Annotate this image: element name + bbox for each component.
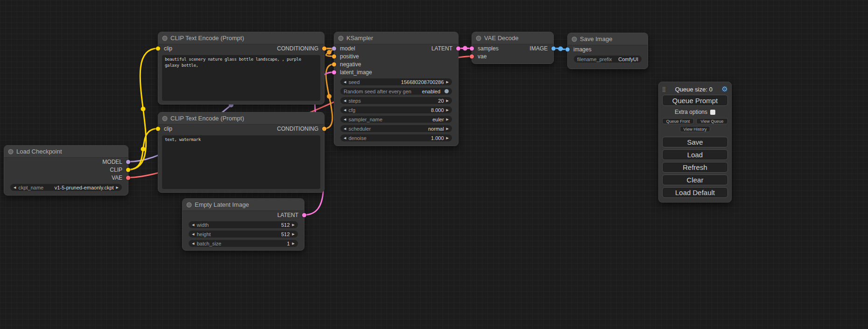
next-value-icon[interactable]: ▶ [446,108,449,112]
model-output-slot[interactable] [126,160,130,164]
collapse-toggle-icon[interactable] [9,150,13,154]
view-history-button[interactable]: View History [680,126,711,132]
positive-prompt-textarea[interactable]: beautiful scenery nature glass bottle la… [162,55,320,101]
output-label: CLIP [110,167,122,173]
positive-input-slot[interactable] [332,54,336,58]
next-value-icon[interactable]: ▶ [446,99,449,102]
next-value-icon[interactable]: ▶ [446,136,449,140]
clip-input-slot[interactable] [156,126,160,131]
output-slot-row: MODEL [4,158,128,166]
node-title-bar[interactable]: KSampler [334,32,458,44]
output-slot-row: LATENT [183,211,304,219]
next-value-icon[interactable]: ▶ [446,127,449,130]
node-save-image[interactable]: Save Image images filename_prefix ComfyU… [567,33,648,69]
output-slot-row: CLIP [4,166,128,174]
queue-buttons-row: Queue Front View Queue [662,118,728,124]
prev-value-icon[interactable]: ◀ [192,232,194,236]
negative-input-slot[interactable] [332,62,336,66]
next-value-icon[interactable]: ▶ [292,223,295,226]
next-value-icon[interactable]: ▶ [292,242,295,245]
latent-output-slot[interactable] [302,213,306,217]
latent-image-input-slot[interactable] [332,70,336,74]
node-clip-text-encode-positive[interactable]: CLIP Text Encode (Prompt) clip CONDITION… [158,32,325,105]
clip-input-slot[interactable] [156,46,160,50]
queue-front-button[interactable]: Queue Front [662,118,694,124]
node-title-bar[interactable]: Empty Latent Image [183,199,304,211]
sampler-name-widget[interactable]: ◀ sampler_name euler ▶ [340,116,452,123]
node-title-bar[interactable]: CLIP Text Encode (Prompt) [158,32,324,44]
refresh-button[interactable]: Refresh [662,162,728,173]
view-queue-button[interactable]: View Queue [696,118,728,124]
slot-row: clip CONDITIONING [158,44,324,52]
next-value-icon[interactable]: ▶ [446,80,449,84]
next-value-icon[interactable]: ▶ [446,118,449,121]
queue-prompt-button[interactable]: Queue Prompt [662,95,728,106]
vae-input-slot[interactable] [470,54,474,58]
node-title-bar[interactable]: CLIP Text Encode (Prompt) [158,112,324,125]
scheduler-widget[interactable]: ◀ scheduler normal ▶ [340,125,452,132]
node-empty-latent-image[interactable]: Empty Latent Image LATENT ◀ width 512 ▶ … [182,198,304,251]
prev-value-icon[interactable]: ◀ [192,242,194,245]
clear-button[interactable]: Clear [662,175,728,185]
settings-gear-icon[interactable]: ⚙ [722,85,728,93]
node-clip-text-encode-negative[interactable]: CLIP Text Encode (Prompt) clip CONDITION… [158,112,325,193]
samples-input-slot[interactable] [470,46,474,50]
save-button[interactable]: Save [662,137,728,147]
workflow-buttons-group: Save Load Refresh Clear Load Default [662,137,728,198]
prev-value-icon[interactable]: ◀ [344,118,346,121]
node-title-bar[interactable]: VAE Decode [472,32,553,44]
vae-output-slot[interactable] [126,175,130,180]
images-input-slot[interactable] [565,47,570,51]
widget-value: 20 [438,98,444,104]
latent-output-slot[interactable] [456,46,460,50]
next-value-icon[interactable]: ▶ [292,232,295,236]
model-input-slot[interactable] [332,46,336,50]
queue-size-label: Queue size: 0 [675,86,713,93]
width-widget[interactable]: ◀ width 512 ▶ [189,221,298,228]
collapse-toggle-icon[interactable] [163,36,167,40]
load-button[interactable]: Load [662,149,728,160]
prev-value-icon[interactable]: ◀ [192,223,194,226]
output-label: CONDITIONING [277,45,318,52]
prev-value-icon[interactable]: ◀ [344,80,346,84]
clip-output-slot[interactable] [126,168,130,172]
extra-options-label: Extra options [675,109,707,115]
node-load-checkpoint[interactable]: Load Checkpoint MODEL CLIP VAE ◀ ckpt_na… [4,145,128,196]
prev-value-icon[interactable]: ◀ [344,136,346,140]
denoise-widget[interactable]: ◀ denoise 1.000 ▶ [340,134,452,141]
height-widget[interactable]: ◀ height 512 ▶ [189,231,298,238]
node-title-bar[interactable]: Save Image [568,33,648,45]
node-vae-decode[interactable]: VAE Decode samples IMAGE vae [472,32,554,64]
collapse-toggle-icon[interactable] [339,36,343,40]
prev-value-icon[interactable]: ◀ [344,127,346,130]
node-title-bar[interactable]: Load Checkpoint [4,146,128,158]
cfg-widget[interactable]: ◀ cfg 8.000 ▶ [340,106,452,113]
prev-value-icon[interactable]: ◀ [344,108,346,112]
node-ksampler[interactable]: KSampler model LATENT positive negative … [334,32,459,146]
steps-widget[interactable]: ◀ steps 20 ▶ [340,97,452,104]
image-output-slot[interactable] [551,46,556,50]
output-label: LATENT [277,212,298,218]
ckpt-name-widget[interactable]: ◀ ckpt_name v1-5-pruned-emaonly.ckpt ▶ [10,184,122,191]
conditioning-output-slot[interactable] [322,46,326,50]
seed-widget[interactable]: ◀ seed 156680208700286 ▶ [340,78,452,85]
next-value-icon[interactable]: ▶ [116,186,119,189]
filename-prefix-widget[interactable]: filename_prefix ComfyUI [574,56,642,63]
load-default-button[interactable]: Load Default [662,187,728,198]
widget-label: width [197,222,209,228]
negative-prompt-textarea[interactable]: text, watermark [162,135,320,189]
toggle-indicator-icon[interactable] [445,89,449,93]
prev-value-icon[interactable]: ◀ [14,186,16,189]
graph-canvas[interactable]: Load Checkpoint MODEL CLIP VAE ◀ ckpt_na… [0,0,868,329]
extra-options-checkbox[interactable] [710,110,715,115]
conditioning-output-slot[interactable] [322,126,326,131]
random-seed-toggle-widget[interactable]: Random seed after every gen enabled [340,88,452,95]
prev-value-icon[interactable]: ◀ [344,99,346,102]
widget-label: scheduler [348,126,371,132]
collapse-toggle-icon[interactable] [477,36,480,40]
batch-size-widget[interactable]: ◀ batch_size 1 ▶ [189,240,298,247]
collapse-toggle-icon[interactable] [187,203,191,207]
collapse-toggle-icon[interactable] [163,117,167,120]
collapse-toggle-icon[interactable] [572,37,576,41]
drag-handle-icon[interactable]: ⣿ [662,86,666,92]
